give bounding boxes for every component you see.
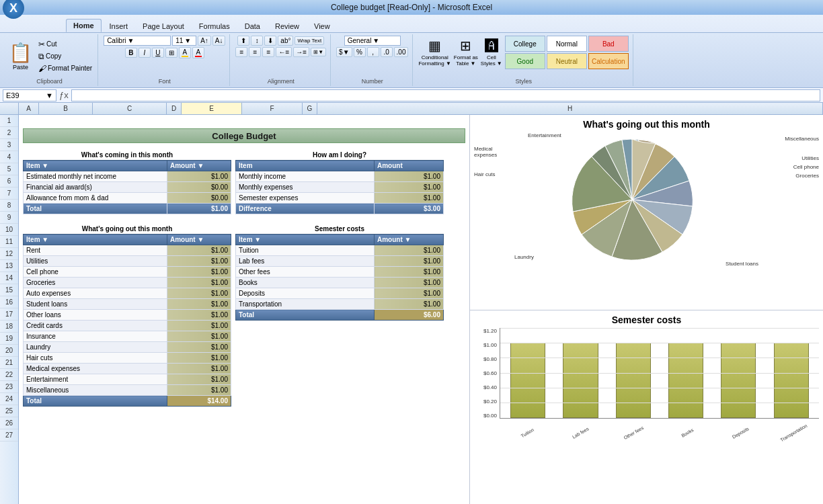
- format-table-btn[interactable]: ⊞ Format asTable ▼: [454, 38, 478, 67]
- col-header-e[interactable]: E: [182, 103, 242, 114]
- percent-button[interactable]: %: [354, 47, 366, 57]
- semester-item-2[interactable]: Other fees: [236, 267, 375, 278]
- going-out-amount-11[interactable]: $1.00: [167, 364, 231, 374]
- align-bottom-button[interactable]: ⬇: [264, 36, 276, 46]
- going-out-amount-10[interactable]: $1.00: [167, 353, 231, 364]
- copy-button[interactable]: ⧉ Copy: [37, 51, 93, 62]
- neutral-style-box[interactable]: Neutral: [547, 53, 587, 69]
- col-header-h[interactable]: H: [317, 103, 823, 114]
- font-decrease-button[interactable]: A↓: [212, 36, 226, 46]
- col-header-c[interactable]: C: [93, 103, 167, 114]
- currency-button[interactable]: $▼: [336, 47, 352, 57]
- coming-in-amount-2[interactable]: $0.00: [167, 182, 231, 193]
- going-out-amount-12[interactable]: $1.00: [167, 374, 231, 385]
- increase-indent-button[interactable]: →≡: [293, 47, 309, 57]
- tab-home[interactable]: Home: [66, 19, 102, 32]
- semester-item-3[interactable]: Books: [236, 278, 375, 288]
- align-center-button[interactable]: ≡: [249, 47, 261, 57]
- going-out-amount-4[interactable]: $1.00: [167, 288, 231, 299]
- font-size-dropdown[interactable]: 11 ▼: [172, 36, 196, 46]
- how-doing-item-2[interactable]: Monthly expenses: [236, 182, 375, 193]
- tab-insert[interactable]: Insert: [103, 20, 135, 32]
- going-out-amount-0[interactable]: $1.00: [167, 245, 231, 256]
- going-out-item-11[interactable]: Medical expenses: [24, 364, 167, 374]
- going-out-item-12[interactable]: Entertainment: [24, 374, 167, 385]
- tab-page-layout[interactable]: Page Layout: [136, 20, 191, 32]
- col-header-d[interactable]: D: [167, 103, 182, 114]
- comma-button[interactable]: ,: [367, 47, 379, 57]
- semester-item-0[interactable]: Tuition: [236, 245, 375, 256]
- going-out-amount-7[interactable]: $1.00: [167, 321, 231, 331]
- how-doing-item-3[interactable]: Semester expenses: [236, 193, 375, 204]
- coming-in-item-2[interactable]: Financial aid award(s): [24, 182, 167, 193]
- going-out-amount-6[interactable]: $1.00: [167, 310, 231, 321]
- going-out-item-2[interactable]: Cell phone: [24, 267, 167, 278]
- col-header-a[interactable]: A: [19, 103, 39, 114]
- going-out-item-13[interactable]: Miscellaneous: [24, 385, 167, 396]
- going-out-amount-13[interactable]: $1.00: [167, 385, 231, 396]
- align-top-button[interactable]: ⬆: [237, 36, 249, 46]
- going-out-item-8[interactable]: Insurance: [24, 331, 167, 342]
- col-header-f[interactable]: F: [242, 103, 303, 114]
- going-out-item-10[interactable]: Hair cuts: [24, 353, 167, 364]
- semester-amount-3[interactable]: $1.00: [375, 278, 444, 288]
- going-out-item-5[interactable]: Student loans: [24, 299, 167, 310]
- tab-data[interactable]: Data: [238, 20, 267, 32]
- going-out-amount-9[interactable]: $1.00: [167, 342, 231, 353]
- tab-review[interactable]: Review: [268, 20, 306, 32]
- going-out-amount-1[interactable]: $1.00: [167, 256, 231, 267]
- font-increase-button[interactable]: A↑: [198, 36, 211, 46]
- semester-item-5[interactable]: Transportation: [236, 299, 375, 310]
- coming-in-item-3[interactable]: Allowance from mom & dad: [24, 193, 167, 204]
- going-out-item-0[interactable]: Rent: [24, 245, 167, 256]
- cell-reference-box[interactable]: E39 ▼: [3, 89, 56, 101]
- semester-amount-5[interactable]: $1.00: [375, 299, 444, 310]
- coming-in-amount-1[interactable]: $1.00: [167, 171, 231, 182]
- how-doing-amount-1[interactable]: $1.00: [375, 171, 444, 182]
- align-middle-button[interactable]: ↕: [251, 36, 263, 46]
- underline-button[interactable]: U: [152, 48, 164, 58]
- semester-item-4[interactable]: Deposits: [236, 288, 375, 299]
- how-doing-amount-3[interactable]: $1.00: [375, 193, 444, 204]
- good-style-box[interactable]: Good: [505, 53, 545, 69]
- col-header-g[interactable]: G: [303, 103, 317, 114]
- going-out-amount-5[interactable]: $1.00: [167, 299, 231, 310]
- col-header-b[interactable]: B: [39, 103, 93, 114]
- going-out-item-7[interactable]: Credit cards: [24, 321, 167, 331]
- formula-input[interactable]: [71, 89, 820, 101]
- wrap-text-button[interactable]: Wrap Text: [295, 36, 324, 45]
- how-doing-item-1[interactable]: Monthly income: [236, 171, 375, 182]
- semester-amount-2[interactable]: $1.00: [375, 267, 444, 278]
- going-out-item-3[interactable]: Groceries: [24, 278, 167, 288]
- bold-button[interactable]: B: [125, 48, 137, 58]
- format-painter-button[interactable]: 🖌 Format Painter: [37, 63, 93, 74]
- going-out-item-4[interactable]: Auto expenses: [24, 288, 167, 299]
- semester-item-1[interactable]: Lab fees: [236, 256, 375, 267]
- fill-color-button[interactable]: A: [179, 47, 191, 58]
- align-right-button[interactable]: ≡: [262, 47, 274, 57]
- cell-styles-btn[interactable]: 🅰 CellStyles ▼: [481, 38, 502, 67]
- number-format-dropdown[interactable]: General ▼: [344, 36, 401, 46]
- semester-amount-1[interactable]: $1.00: [375, 256, 444, 267]
- how-doing-amount-2[interactable]: $1.00: [375, 182, 444, 193]
- paste-button[interactable]: 📋 Paste: [5, 40, 36, 73]
- conditional-formatting-btn[interactable]: ▦ ConditionalFormatting ▼: [418, 38, 450, 67]
- cut-button[interactable]: ✂ Cut: [37, 39, 93, 50]
- tab-view[interactable]: View: [307, 20, 337, 32]
- going-out-item-6[interactable]: Other loans: [24, 310, 167, 321]
- going-out-amount-3[interactable]: $1.00: [167, 278, 231, 288]
- text-angle-button[interactable]: ab°: [278, 36, 293, 46]
- font-name-dropdown[interactable]: Calibri ▼: [104, 36, 171, 46]
- align-left-button[interactable]: ≡: [235, 47, 247, 57]
- italic-button[interactable]: I: [139, 48, 151, 58]
- going-out-amount-2[interactable]: $1.00: [167, 267, 231, 278]
- semester-amount-0[interactable]: $1.00: [375, 245, 444, 256]
- semester-amount-4[interactable]: $1.00: [375, 288, 444, 299]
- normal-style-box[interactable]: Normal: [547, 36, 587, 52]
- tab-formulas[interactable]: Formulas: [192, 20, 237, 32]
- decrease-indent-button[interactable]: ←≡: [276, 47, 292, 57]
- coming-in-amount-3[interactable]: $0.00: [167, 193, 231, 204]
- going-out-amount-8[interactable]: $1.00: [167, 331, 231, 342]
- coming-in-item-1[interactable]: Estimated monthly net income: [24, 171, 167, 182]
- increase-decimal-button[interactable]: .00: [394, 47, 409, 57]
